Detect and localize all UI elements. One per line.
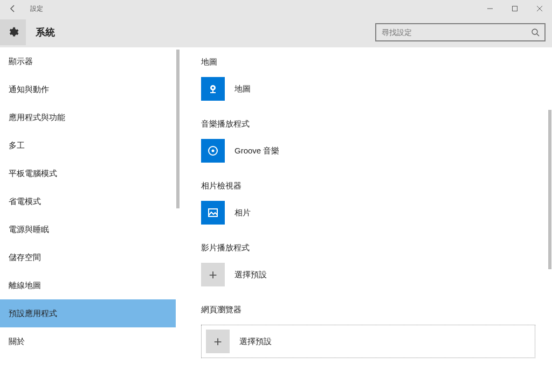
groove-icon	[201, 139, 225, 163]
arrow-left-icon	[9, 4, 17, 13]
sidebar-item-tablet[interactable]: 平板電腦模式	[0, 159, 176, 187]
group-title: 影片播放程式	[201, 243, 552, 253]
sidebar-item-label: 關於	[9, 337, 25, 347]
sidebar-item-label: 通知與動作	[9, 85, 49, 95]
header: 系統	[0, 17, 552, 47]
sidebar-item-defaultapps[interactable]: 預設應用程式	[0, 299, 176, 327]
sidebar-item-label: 儲存空間	[9, 253, 41, 263]
sidebar-item-about[interactable]: 關於	[0, 327, 176, 355]
minimize-icon	[487, 5, 493, 12]
group-video: 影片播放程式 + 選擇預設	[201, 243, 552, 286]
group-browser: 網頁瀏覽器 + 選擇預設	[201, 305, 552, 358]
plus-icon: +	[201, 263, 225, 286]
sidebar-item-power[interactable]: 電源與睡眠	[0, 215, 176, 243]
default-app-video[interactable]: + 選擇預設	[201, 263, 552, 286]
titlebar: 設定	[0, 0, 552, 17]
svg-rect-9	[212, 90, 213, 93]
group-photos: 相片檢視器 相片	[201, 181, 552, 225]
group-title: 音樂播放程式	[201, 119, 552, 129]
sidebar: 顯示器 通知與動作 應用程式與功能 多工 平板電腦模式 省電模式 電源與睡眠 儲…	[0, 47, 176, 392]
section-title: 系統	[36, 26, 55, 39]
maps-icon	[201, 77, 225, 101]
search-box[interactable]	[375, 23, 546, 41]
app-label: 選擇預設	[234, 270, 267, 280]
sidebar-item-label: 離線地圖	[9, 281, 41, 291]
back-button[interactable]	[0, 0, 26, 17]
svg-point-11	[212, 150, 215, 152]
sidebar-item-label: 省電模式	[9, 197, 41, 207]
sidebar-item-notifications[interactable]: 通知與動作	[0, 75, 176, 103]
sidebar-item-storage[interactable]: 儲存空間	[0, 243, 176, 271]
app-label: 相片	[234, 208, 251, 218]
close-button[interactable]	[527, 0, 552, 17]
sidebar-item-maps[interactable]: 離線地圖	[0, 271, 176, 299]
default-app-browser[interactable]: + 選擇預設	[206, 330, 530, 353]
maximize-icon	[512, 5, 518, 12]
svg-point-7	[212, 87, 214, 89]
svg-rect-12	[209, 209, 217, 216]
default-app-maps[interactable]: 地圖	[201, 77, 552, 101]
group-maps: 地圖 地圖	[201, 57, 552, 101]
sidebar-item-label: 平板電腦模式	[9, 169, 57, 179]
group-title: 相片檢視器	[201, 181, 552, 191]
plus-icon: +	[206, 330, 230, 353]
sidebar-item-battery[interactable]: 省電模式	[0, 187, 176, 215]
photos-icon	[201, 201, 225, 225]
sidebar-item-display[interactable]: 顯示器	[0, 47, 176, 75]
search-icon	[526, 28, 544, 37]
group-title: 地圖	[201, 57, 552, 67]
settings-gear-button[interactable]	[0, 19, 26, 45]
minimize-button[interactable]	[478, 0, 502, 17]
svg-rect-1	[513, 6, 518, 11]
sidebar-item-label: 預設應用程式	[9, 309, 57, 319]
sidebar-item-label: 電源與睡眠	[9, 225, 49, 235]
maximize-button[interactable]	[502, 0, 527, 17]
sidebar-item-apps[interactable]: 應用程式與功能	[0, 103, 176, 131]
default-app-photos[interactable]: 相片	[201, 201, 552, 225]
window-title: 設定	[30, 4, 43, 13]
search-input[interactable]	[376, 28, 526, 37]
sidebar-item-label: 應用程式與功能	[9, 113, 65, 123]
default-app-music[interactable]: Groove 音樂	[201, 139, 552, 163]
sidebar-scroll-thumb[interactable]	[176, 50, 180, 208]
app-label: Groove 音樂	[234, 146, 279, 156]
close-icon	[536, 5, 543, 12]
group-title: 網頁瀏覽器	[201, 305, 552, 315]
content: 地圖 地圖 音樂播放程式 Groove 音樂 相片檢視器	[181, 47, 552, 392]
gear-icon	[7, 26, 19, 38]
app-label: 地圖	[234, 84, 251, 94]
sidebar-item-multitasking[interactable]: 多工	[0, 131, 176, 159]
group-music: 音樂播放程式 Groove 音樂	[201, 119, 552, 163]
app-label: 選擇預設	[239, 337, 272, 347]
sidebar-scrollbar[interactable]	[176, 50, 180, 392]
sidebar-item-label: 顯示器	[9, 57, 33, 67]
content-scroll-thumb[interactable]	[548, 110, 551, 269]
svg-line-5	[537, 34, 539, 36]
svg-point-4	[532, 29, 537, 34]
sidebar-item-label: 多工	[9, 141, 25, 151]
